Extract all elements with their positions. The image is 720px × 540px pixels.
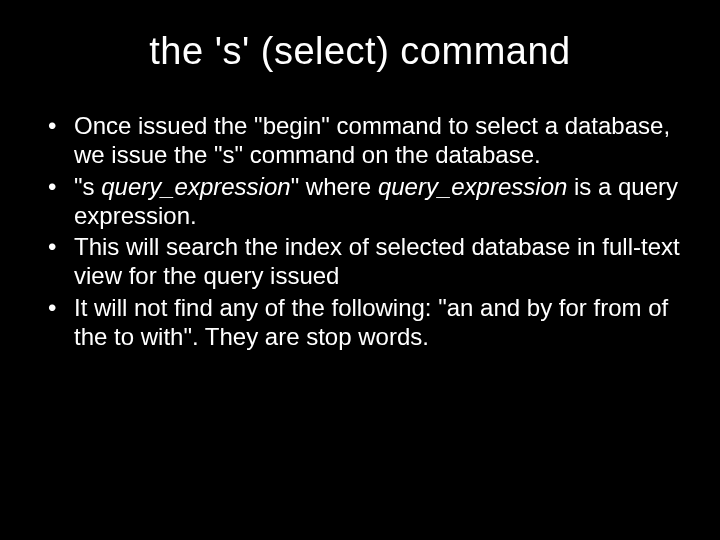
bullet-text-italic: query_expression	[378, 173, 567, 200]
bullet-text-part: " where	[291, 173, 378, 200]
slide-title: the 's' (select) command	[40, 30, 680, 73]
slide: the 's' (select) command Once issued the…	[0, 0, 720, 540]
bullet-text: Once issued the "begin" command to selec…	[74, 112, 670, 168]
bullet-item: "s query_expression" where query_express…	[40, 172, 680, 231]
bullet-item: Once issued the "begin" command to selec…	[40, 111, 680, 170]
bullet-item: It will not find any of the following: "…	[40, 293, 680, 352]
bullet-list: Once issued the "begin" command to selec…	[40, 111, 680, 351]
bullet-item: This will search the index of selected d…	[40, 232, 680, 291]
bullet-text: It will not find any of the following: "…	[74, 294, 668, 350]
bullet-text: This will search the index of selected d…	[74, 233, 680, 289]
bullet-text-italic: query_expression	[101, 173, 290, 200]
bullet-text-part: "s	[74, 173, 101, 200]
